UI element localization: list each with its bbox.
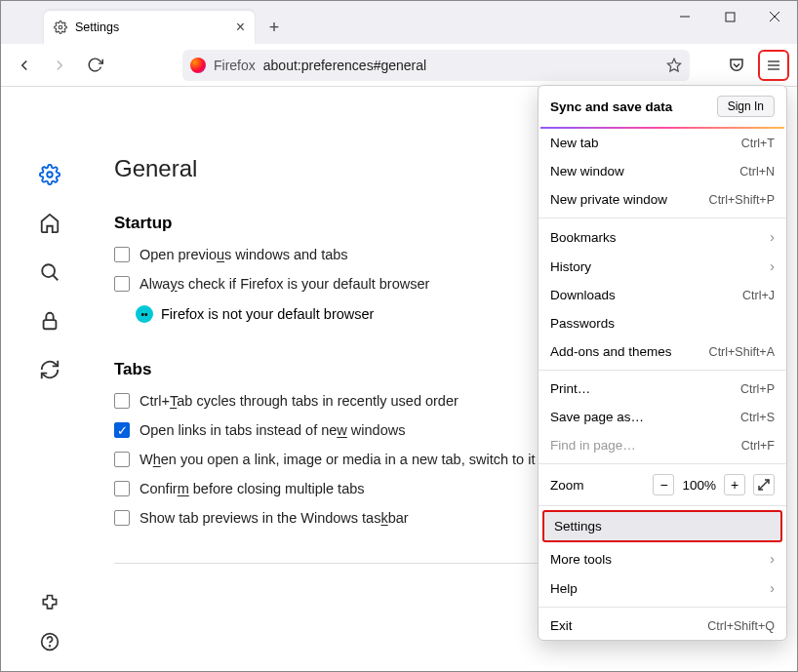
tab-title: Settings [75, 20, 119, 34]
option-label: Confirm before closing multiple tabs [140, 481, 365, 496]
menu-separator [539, 370, 786, 371]
option-label: Open links in tabs instead of new window… [140, 422, 405, 438]
fullscreen-button[interactable] [753, 474, 775, 495]
option-label: When you open a link, image or media in … [140, 452, 535, 467]
menu-find-in-page[interactable]: Find in page…Ctrl+F [539, 431, 786, 459]
checkbox-icon[interactable] [114, 422, 130, 438]
title-bar: Settings × + [1, 1, 797, 44]
settings-sidebar [1, 87, 99, 671]
zoom-value: 100% [682, 478, 716, 493]
menu-downloads[interactable]: DownloadsCtrl+J [539, 281, 786, 309]
option-label: Ctrl+Tab cycles through tabs in recently… [140, 393, 459, 409]
option-label: Always check if Firefox is your default … [140, 276, 429, 292]
svg-rect-12 [44, 320, 57, 329]
menu-separator [539, 505, 786, 506]
checkbox-icon[interactable] [114, 510, 130, 526]
menu-help[interactable]: Help› [539, 573, 786, 603]
not-default-text: Firefox is not your default browser [161, 306, 374, 322]
menu-sync-header: Sync and save data Sign In [539, 86, 786, 127]
zoom-in-button[interactable]: + [724, 474, 745, 495]
menu-passwords[interactable]: Passwords [539, 309, 786, 337]
menu-print[interactable]: Print…Ctrl+P [539, 375, 786, 403]
checkbox-icon[interactable] [114, 393, 130, 409]
window-controls [662, 1, 797, 32]
sign-in-button[interactable]: Sign In [717, 96, 775, 117]
app-menu: Sync and save data Sign In New tabCtrl+T… [538, 85, 787, 641]
chevron-right-icon: › [770, 580, 775, 596]
app-menu-button[interactable] [758, 50, 789, 81]
checkbox-icon[interactable] [114, 452, 130, 467]
checkbox-icon[interactable] [114, 276, 130, 292]
url-text: about:preferences#general [263, 58, 426, 73]
svg-point-14 [50, 646, 51, 647]
sidebar-help[interactable] [36, 628, 63, 655]
browser-tab[interactable]: Settings × [44, 11, 255, 44]
back-button[interactable] [9, 50, 40, 81]
checkbox-icon[interactable] [114, 481, 130, 496]
sidebar-search[interactable] [36, 258, 63, 286]
zoom-out-button[interactable]: − [653, 474, 674, 495]
option-label: Show tab previews in the Windows taskbar [140, 510, 409, 526]
menu-new-tab[interactable]: New tabCtrl+T [539, 129, 786, 157]
menu-zoom: Zoom − 100% + [539, 468, 786, 501]
svg-point-10 [42, 264, 55, 277]
minimize-button[interactable] [662, 1, 707, 32]
menu-bookmarks[interactable]: Bookmarks› [539, 222, 786, 252]
firefox-logo-icon [190, 58, 206, 73]
svg-point-0 [59, 25, 62, 29]
menu-new-window[interactable]: New windowCtrl+N [539, 157, 786, 185]
menu-history[interactable]: History› [539, 252, 786, 281]
svg-marker-5 [667, 59, 680, 71]
forward-button[interactable] [44, 50, 75, 81]
chevron-right-icon: › [770, 229, 775, 245]
url-label: Firefox [214, 58, 256, 73]
sidebar-sync[interactable] [36, 356, 63, 383]
menu-addons[interactable]: Add-ons and themesCtrl+Shift+A [539, 337, 786, 366]
svg-rect-2 [726, 13, 735, 21]
option-label: Open previous windows and tabs [140, 247, 348, 262]
svg-line-15 [759, 480, 769, 490]
new-tab-button[interactable]: + [260, 14, 288, 41]
sidebar-extensions[interactable] [36, 589, 63, 616]
sync-label: Sync and save data [550, 99, 672, 114]
menu-exit[interactable]: ExitCtrl+Shift+Q [539, 612, 786, 640]
close-window-button[interactable] [752, 1, 797, 32]
menu-more-tools[interactable]: More tools› [539, 544, 786, 573]
reload-button[interactable] [79, 50, 110, 81]
menu-separator [539, 463, 786, 464]
gear-icon [54, 20, 67, 34]
svg-line-11 [53, 275, 58, 280]
menu-separator [539, 607, 786, 608]
maximize-button[interactable] [707, 1, 752, 32]
menu-new-private-window[interactable]: New private windowCtrl+Shift+P [539, 185, 786, 214]
sidebar-general[interactable] [36, 161, 63, 188]
pocket-button[interactable] [721, 50, 752, 81]
menu-settings[interactable]: Settings [542, 510, 782, 542]
sad-face-icon: •• [136, 305, 153, 323]
chevron-right-icon: › [770, 551, 775, 567]
close-tab-icon[interactable]: × [236, 19, 245, 36]
bookmark-star-icon[interactable] [666, 58, 682, 73]
sidebar-privacy[interactable] [36, 307, 63, 335]
svg-point-9 [47, 172, 53, 178]
menu-separator [539, 217, 786, 218]
menu-save-page[interactable]: Save page as…Ctrl+S [539, 403, 786, 431]
chevron-right-icon: › [770, 258, 775, 274]
url-bar[interactable]: Firefox about:preferences#general [182, 50, 690, 81]
checkbox-icon[interactable] [114, 247, 130, 262]
sidebar-home[interactable] [36, 210, 63, 237]
toolbar: Firefox about:preferences#general [1, 44, 797, 87]
zoom-label: Zoom [550, 478, 645, 493]
